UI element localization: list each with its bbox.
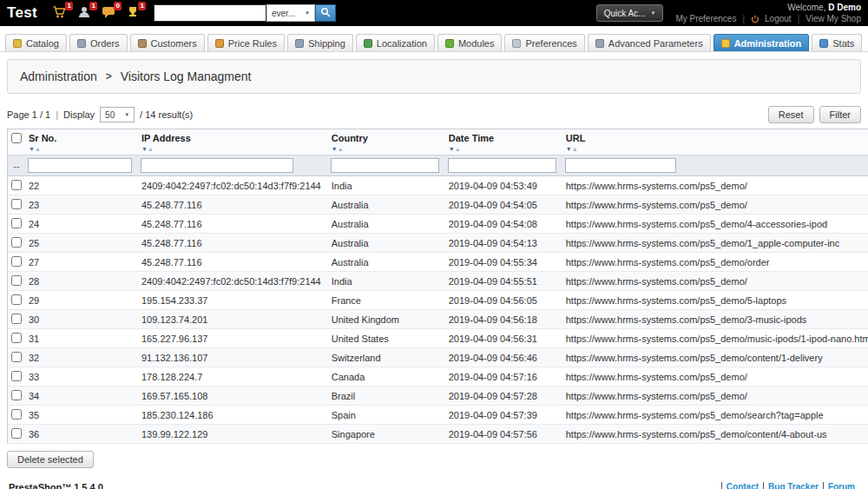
display-count-dropdown[interactable]: 50 ▼ (100, 107, 135, 122)
footer-links: Contact Bug Tracker Forum (721, 482, 859, 489)
logout-link[interactable]: Logout (765, 13, 792, 24)
pagination-info: Page 1 / 1 (7, 109, 50, 120)
tab-preferences[interactable]: Preferences (504, 34, 584, 51)
tab-price-rules[interactable]: Price Rules (207, 34, 285, 51)
table-row: 222409:4042:2497:fc02:dc50:14d3:f7f9:214… (8, 176, 868, 195)
sort-asc-icon[interactable]: ▲ (572, 146, 578, 152)
sort-desc-icon[interactable]: ▼ (29, 146, 35, 152)
cell-sr-no: 32 (23, 348, 136, 367)
cell-date-time: 2019-04-09 04:56:05 (444, 291, 561, 310)
row-checkbox[interactable] (11, 409, 22, 420)
my-preferences-link[interactable]: My Preferences (675, 13, 736, 24)
tab-modules[interactable]: Modules (437, 34, 503, 51)
row-checkbox[interactable] (11, 199, 22, 209)
cell-ip-address: 45.248.77.116 (136, 215, 326, 234)
messages-notification[interactable]: 0 (100, 4, 117, 22)
row-checkbox[interactable] (11, 275, 22, 286)
search-input[interactable] (154, 4, 266, 22)
cell-country: Australia (326, 215, 444, 234)
advanced-parameters-icon (595, 39, 604, 48)
cell-sr-no: 30 (23, 310, 136, 329)
row-checkbox[interactable] (11, 294, 22, 305)
tab-orders[interactable]: Orders (69, 34, 128, 51)
cell-ip-address: 185.230.124.186 (136, 406, 326, 425)
tab-customers[interactable]: Customers (130, 34, 205, 51)
tab-advanced-parameters[interactable]: Advanced Parameters (588, 34, 711, 51)
cell-country: Switzerland (326, 348, 444, 367)
col-header-sr-no[interactable]: Sr No. ▼▲ (23, 129, 136, 155)
cell-ip-address: 45.248.77.116 (136, 195, 326, 215)
col-header-date-time[interactable]: Date Time ▼▲ (444, 129, 561, 155)
breadcrumb-section[interactable]: Administration (20, 69, 97, 83)
cell-url: https://www.hrms-systems.com/ps5_demo/1_… (561, 234, 868, 253)
chevron-down-icon: ▼ (650, 10, 655, 16)
customers-notification[interactable]: 1 (76, 4, 93, 22)
cell-date-time: 2019-04-09 04:56:31 (444, 329, 561, 348)
col-header-country[interactable]: Country ▼▲ (326, 129, 444, 155)
filter-url-input[interactable] (565, 158, 676, 173)
cell-ip-address: 109.123.74.201 (136, 310, 326, 329)
table-row: 2345.248.77.116Australia2019-04-09 04:54… (8, 195, 868, 215)
wrench-icon (721, 39, 730, 48)
sort-desc-icon[interactable]: ▼ (332, 146, 338, 152)
search-button[interactable] (315, 4, 336, 22)
cell-sr-no: 29 (23, 291, 136, 310)
reset-button[interactable]: Reset (768, 106, 814, 123)
filter-sr-no-input[interactable] (28, 158, 132, 173)
row-checkbox[interactable] (11, 352, 22, 362)
contact-link[interactable]: Contact (721, 482, 763, 489)
cell-url: https://www.hrms-systems.com/ps5_demo/3-… (561, 310, 868, 329)
cell-ip-address: 45.248.77.116 (136, 234, 326, 253)
modules-icon (445, 39, 454, 48)
sort-asc-icon[interactable]: ▲ (338, 146, 344, 152)
cell-country: Australia (326, 195, 444, 215)
tab-administration[interactable]: Administration (713, 34, 810, 51)
row-checkbox[interactable] (11, 314, 22, 324)
sort-desc-icon[interactable]: ▼ (449, 146, 455, 152)
row-checkbox[interactable] (11, 180, 22, 190)
row-checkbox[interactable] (11, 256, 22, 267)
table-row: 2445.248.77.116Australia2019-04-09 04:54… (8, 215, 868, 234)
sort-asc-icon[interactable]: ▲ (148, 146, 154, 152)
orders-notification[interactable]: 1 (51, 4, 69, 22)
cell-country: Brazil (326, 387, 444, 406)
sort-asc-icon[interactable]: ▲ (35, 146, 41, 152)
cell-url: https://www.hrms-systems.com/ps5_demo/co… (561, 348, 868, 367)
col-header-ip-address[interactable]: IP Address ▼▲ (136, 129, 326, 155)
row-checkbox[interactable] (11, 237, 22, 248)
row-checkbox[interactable] (11, 371, 22, 381)
tab-localization[interactable]: Localization (356, 34, 435, 51)
tab-stats[interactable]: Stats (812, 34, 862, 51)
bug-tracker-link[interactable]: Bug Tracker (763, 482, 823, 489)
sort-asc-icon[interactable]: ▲ (455, 146, 461, 152)
filter-country-input[interactable] (331, 158, 439, 173)
select-all-checkbox[interactable] (11, 133, 22, 143)
cell-sr-no: 25 (23, 234, 136, 253)
cell-country: Singapore (326, 425, 444, 444)
sort-desc-icon[interactable]: ▼ (566, 146, 572, 152)
row-checkbox[interactable] (11, 390, 22, 400)
tab-shipping[interactable]: Shipping (287, 34, 353, 51)
row-checkbox[interactable] (11, 428, 22, 439)
tab-catalog[interactable]: Catalog (5, 34, 67, 51)
sort-desc-icon[interactable]: ▼ (141, 146, 148, 152)
cell-date-time: 2019-04-09 04:56:46 (444, 348, 561, 367)
col-header-url[interactable]: URL ▼▲ (561, 129, 868, 155)
filter-button[interactable]: Filter (819, 106, 861, 123)
table-row: 34169.57.165.108Brazil2019-04-09 04:57:2… (8, 387, 868, 406)
row-checkbox[interactable] (11, 218, 22, 228)
global-search: ever... ▼ (154, 4, 336, 22)
view-shop-link[interactable]: View My Shop (806, 13, 861, 24)
messages-badge: 0 (114, 2, 121, 10)
filter-ip-address-input[interactable] (141, 158, 293, 173)
quick-access-dropdown[interactable]: Quick Ac... ▼ (596, 4, 664, 22)
cell-date-time: 2019-04-09 04:55:34 (444, 253, 561, 272)
cell-country: India (326, 176, 444, 195)
delete-selected-button[interactable]: Delete selected (7, 451, 94, 468)
row-checkbox[interactable] (11, 333, 22, 343)
search-scope-dropdown[interactable]: ever... ▼ (266, 4, 315, 22)
forum-link[interactable]: Forum (823, 482, 859, 489)
best-sellers-notification[interactable]: 1 (124, 4, 141, 22)
shop-logo[interactable]: Test (7, 4, 37, 22)
filter-date-time-input[interactable] (448, 158, 556, 173)
